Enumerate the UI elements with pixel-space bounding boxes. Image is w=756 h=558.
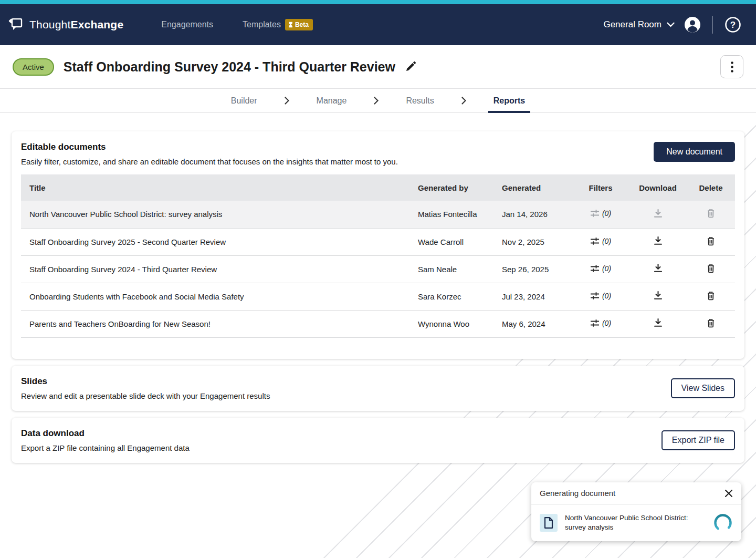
document-title-cell: Onboarding Students with Facebook and So… bbox=[21, 283, 410, 310]
toast-close-button[interactable] bbox=[724, 489, 733, 498]
chevron-right-icon bbox=[285, 97, 289, 105]
column-title: Title bbox=[21, 174, 410, 201]
room-selector[interactable]: General Room bbox=[603, 19, 675, 30]
download-button[interactable] bbox=[654, 236, 663, 245]
new-document-button[interactable]: New document bbox=[654, 142, 735, 162]
filters-icon[interactable] bbox=[590, 292, 600, 300]
trash-icon bbox=[707, 291, 715, 301]
generated-by-cell: Sara Korzec bbox=[410, 283, 494, 310]
delete-cell bbox=[687, 255, 735, 283]
delete-button[interactable] bbox=[707, 264, 715, 273]
generated-date-cell: Jan 14, 2026 bbox=[494, 201, 572, 228]
header-divider bbox=[712, 16, 713, 34]
help-button[interactable]: ? bbox=[724, 16, 741, 33]
column-generated: Generated bbox=[494, 174, 572, 201]
account-avatar-button[interactable] bbox=[684, 16, 701, 33]
document-row: Staff Onboarding Survey 2025 - Second Qu… bbox=[21, 228, 735, 255]
tab-reports[interactable]: Reports bbox=[488, 89, 530, 113]
export-zip-button[interactable]: Export ZIP file bbox=[662, 430, 735, 450]
document-row: North Vancouver Public School District: … bbox=[21, 201, 735, 228]
nav-engagements[interactable]: Engagements bbox=[161, 20, 213, 29]
page-title: Staff Onboarding Survey 2024 - Third Qua… bbox=[64, 59, 395, 75]
edit-title-button[interactable] bbox=[405, 61, 416, 73]
delete-button[interactable] bbox=[707, 318, 715, 328]
delete-cell bbox=[687, 228, 735, 255]
generated-date-cell: Sep 26, 2025 bbox=[494, 255, 572, 283]
download-button[interactable] bbox=[654, 318, 663, 327]
chevron-down-icon bbox=[667, 22, 675, 27]
document-tile bbox=[540, 514, 558, 532]
slides-header: Slides Review and edit a presentable sli… bbox=[21, 376, 270, 400]
generated-by-cell: Sam Neale bbox=[410, 255, 494, 283]
filters-icon[interactable] bbox=[590, 209, 600, 218]
editable-documents-title: Editable documents bbox=[21, 142, 398, 152]
generated-date-cell: Jul 23, 2024 bbox=[494, 283, 572, 310]
delete-cell bbox=[687, 283, 735, 310]
document-row: Parents and Teachers OnBoarding for New … bbox=[21, 310, 735, 337]
header-right: General Room ? bbox=[603, 16, 741, 34]
trash-icon bbox=[707, 264, 715, 273]
generated-date-cell: May 6, 2024 bbox=[494, 310, 572, 337]
filters-count: (0) bbox=[602, 292, 611, 300]
filters-icon[interactable] bbox=[590, 319, 600, 327]
data-download-header: Data download Export a ZIP file containi… bbox=[21, 428, 190, 452]
filters-count: (0) bbox=[602, 237, 611, 245]
delete-cell bbox=[687, 201, 735, 228]
download-icon bbox=[654, 264, 663, 273]
filters-cell: (0) bbox=[572, 310, 629, 337]
download-icon bbox=[654, 209, 663, 218]
column-generated-by: Generated by bbox=[410, 174, 494, 201]
filters-cell: (0) bbox=[572, 283, 629, 310]
document-title-cell: Parents and Teachers OnBoarding for New … bbox=[21, 310, 410, 337]
chevron-right-icon bbox=[461, 97, 466, 105]
download-cell bbox=[629, 310, 687, 337]
loading-spinner-icon bbox=[713, 513, 733, 533]
view-slides-button[interactable]: View Slides bbox=[671, 378, 735, 398]
download-cell bbox=[629, 228, 687, 255]
filters-count: (0) bbox=[602, 264, 611, 273]
filters-icon[interactable] bbox=[590, 264, 600, 273]
tab-manage[interactable]: Manage bbox=[311, 89, 352, 113]
document-title-cell: Staff Onboarding Survey 2024 - Third Qua… bbox=[21, 255, 410, 283]
kebab-menu-icon bbox=[731, 61, 733, 73]
main-nav: Engagements Templates Beta bbox=[161, 19, 313, 30]
generating-document-toast: Generating document North Vancouver Publ… bbox=[531, 482, 741, 541]
download-button[interactable] bbox=[654, 264, 663, 273]
download-button[interactable] bbox=[654, 209, 663, 218]
toast-title: Generating document bbox=[540, 489, 615, 498]
editable-documents-header: Editable documents Easily filter, custom… bbox=[21, 142, 398, 166]
download-cell bbox=[629, 255, 687, 283]
slides-card: Slides Review and edit a presentable sli… bbox=[12, 366, 744, 411]
tab-results[interactable]: Results bbox=[401, 89, 439, 113]
download-cell bbox=[629, 283, 687, 310]
chevron-right-icon bbox=[374, 97, 379, 105]
status-badge: Active bbox=[13, 58, 54, 76]
trash-icon bbox=[707, 209, 715, 218]
delete-button[interactable] bbox=[707, 291, 715, 301]
download-button[interactable] bbox=[654, 291, 663, 300]
workflow-tabs: Builder Manage Results Reports bbox=[0, 89, 756, 113]
brand-logo[interactable]: ThoughtExchange bbox=[8, 16, 123, 34]
data-download-description: Export a ZIP file containing all Engagem… bbox=[21, 443, 190, 452]
filters-cell: (0) bbox=[572, 201, 629, 228]
document-title-cell: North Vancouver Public School District: … bbox=[21, 201, 410, 228]
nav-templates[interactable]: Templates Beta bbox=[243, 19, 313, 30]
delete-button[interactable] bbox=[707, 236, 715, 246]
slides-description: Review and edit a presentable slide deck… bbox=[21, 391, 270, 400]
brand-name: ThoughtExchange bbox=[29, 18, 123, 31]
column-filters: Filters bbox=[572, 174, 629, 201]
filters-icon[interactable] bbox=[590, 237, 600, 245]
title-bar: Active Staff Onboarding Survey 2024 - Th… bbox=[0, 45, 756, 89]
slides-title: Slides bbox=[21, 376, 270, 387]
svg-text:?: ? bbox=[730, 20, 736, 30]
download-icon bbox=[654, 318, 663, 327]
delete-button[interactable] bbox=[707, 209, 715, 218]
page-content: Editable documents Easily filter, custom… bbox=[0, 113, 756, 463]
close-icon bbox=[724, 489, 733, 498]
pencil-icon bbox=[405, 61, 416, 73]
document-row: Staff Onboarding Survey 2024 - Third Qua… bbox=[21, 255, 735, 283]
download-cell bbox=[629, 201, 687, 228]
more-actions-button[interactable] bbox=[720, 55, 743, 78]
tab-builder[interactable]: Builder bbox=[226, 89, 262, 113]
generated-by-cell: Matias Fontecilla bbox=[410, 201, 494, 228]
